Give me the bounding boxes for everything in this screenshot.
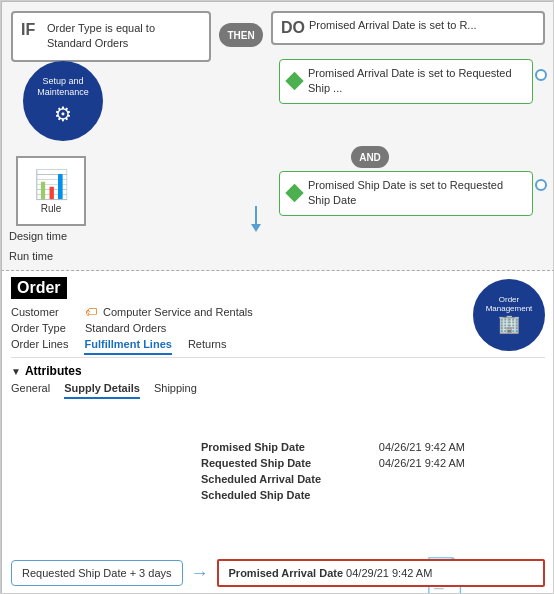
requested-ship-value: 04/26/21 9:42 AM	[379, 457, 465, 469]
rule-icon: 📊	[34, 168, 69, 201]
tab-order-lines[interactable]: Order Lines	[11, 338, 68, 355]
and-label: AND	[359, 152, 381, 163]
customer-label: Customer	[11, 306, 81, 318]
action-box-2: Promised Ship Date is set to Requested S…	[279, 171, 533, 216]
order-header: Order	[11, 277, 545, 299]
down-arrow	[251, 206, 261, 232]
customer-value: Computer Service and Rentals	[103, 306, 253, 318]
requested-ship-box: Requested Ship Date + 3 days	[11, 560, 183, 586]
subtab-general[interactable]: General	[11, 382, 50, 399]
action2-text: Promised Ship Date is set to Requested S…	[308, 179, 503, 206]
do-label: DO	[281, 19, 305, 37]
arrow-right-icon: →	[191, 563, 209, 584]
then-label: THEN	[227, 30, 254, 41]
order-type-label: Order Type	[11, 322, 81, 334]
promised-arrival-box: Promised Arrival Date 04/29/21 9:42 AM	[217, 559, 545, 587]
circle-connector-1	[535, 69, 547, 81]
subtab-shipping[interactable]: Shipping	[154, 382, 197, 399]
runtime-section: Order Customer 🏷 Computer Service and Re…	[1, 271, 554, 594]
setup-maintenance-circle[interactable]: Setup and Maintenance ⚙	[23, 61, 103, 141]
order-management-icon: 🏢	[498, 313, 520, 335]
do-block: DO Promised Arrival Date is set to R...	[271, 11, 545, 45]
setup-maintenance-label: Setup and Maintenance	[26, 76, 100, 98]
scheduled-arrival-label: Scheduled Arrival Date	[201, 473, 341, 485]
customer-icon: 🏷	[85, 305, 97, 319]
action1-text: Promised Arrival Date is set to Requeste…	[308, 67, 512, 94]
attributes-label: Attributes	[25, 364, 82, 378]
if-text: Order Type is equal to Standard Orders	[47, 21, 201, 52]
promised-ship-value: 04/26/21 9:42 AM	[379, 441, 465, 453]
action-box-1: Promised Arrival Date is set to Requeste…	[279, 59, 533, 104]
attributes-header: ▼ Attributes	[11, 364, 545, 378]
if-label: IF	[21, 21, 41, 39]
rule-label: Rule	[41, 203, 62, 214]
sub-tabs-row: General Supply Details Shipping	[11, 382, 545, 399]
subtab-supply-details[interactable]: Supply Details	[64, 382, 140, 399]
order-badge: Order	[11, 277, 67, 299]
scheduled-ship-row: Scheduled Ship Date	[201, 489, 465, 501]
down-arrow-head	[251, 224, 261, 232]
then-connector: THEN	[219, 23, 263, 47]
customer-row: Customer 🏷 Computer Service and Rentals	[11, 305, 545, 319]
order-type-row: Order Type Standard Orders	[11, 322, 545, 334]
order-management-label: OrderManagement	[486, 295, 533, 313]
requested-ship-row: Requested Ship Date 04/26/21 9:42 AM	[201, 457, 465, 469]
expand-icon: ▼	[11, 366, 21, 377]
scheduled-ship-label: Scheduled Ship Date	[201, 489, 341, 501]
dates-section: Promised Ship Date 04/26/21 9:42 AM Requ…	[201, 441, 465, 505]
action-diamond-1	[285, 72, 303, 90]
bottom-section: Requested Ship Date + 3 days → Promised …	[11, 559, 545, 587]
tab-fulfillment-lines[interactable]: Fulfillment Lines	[84, 338, 171, 355]
order-management-circle[interactable]: OrderManagement 🏢	[473, 279, 545, 351]
main-container: IF Order Type is equal to Standard Order…	[1, 1, 554, 594]
down-arrow-line	[255, 206, 257, 224]
promised-ship-row: Promised Ship Date 04/26/21 9:42 AM	[201, 441, 465, 453]
requested-ship-box-text: Requested Ship Date + 3 days	[22, 567, 172, 579]
do-text: Promised Arrival Date is set to R...	[309, 19, 477, 31]
requested-ship-label: Requested Ship Date	[201, 457, 341, 469]
tab-returns[interactable]: Returns	[188, 338, 227, 355]
and-connector: AND	[351, 146, 389, 168]
design-section: IF Order Type is equal to Standard Order…	[1, 1, 554, 271]
promised-ship-label: Promised Ship Date	[201, 441, 341, 453]
if-block: IF Order Type is equal to Standard Order…	[11, 11, 211, 62]
runtime-label: Run time	[9, 250, 53, 262]
gear-icon: ⚙	[54, 102, 72, 126]
circle-connector-2	[535, 179, 547, 191]
tabs-row: Order Lines Fulfillment Lines Returns	[11, 338, 545, 358]
rule-box[interactable]: 📊 Rule	[16, 156, 86, 226]
scheduled-arrival-row: Scheduled Arrival Date	[201, 473, 465, 485]
promised-arrival-label: Promised Arrival Date	[229, 567, 344, 579]
action-diamond-2	[285, 184, 303, 202]
promised-arrival-value: 04/29/21 9:42 AM	[346, 567, 432, 579]
order-type-value: Standard Orders	[85, 322, 166, 334]
design-time-label: Design time	[9, 230, 67, 242]
